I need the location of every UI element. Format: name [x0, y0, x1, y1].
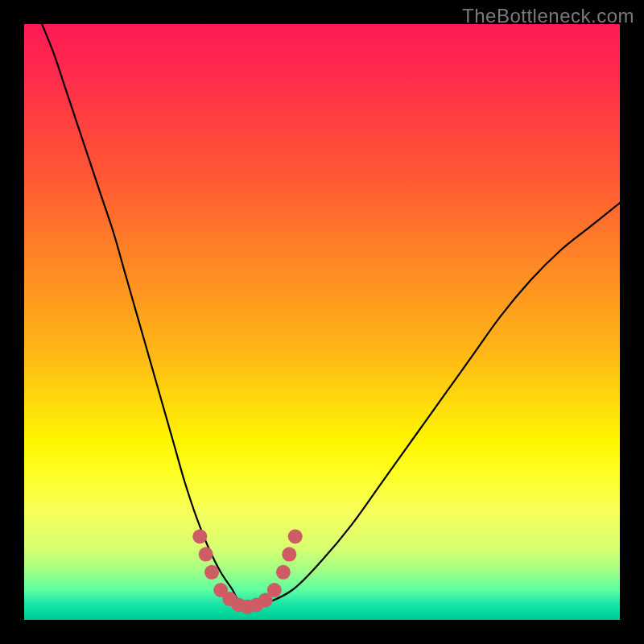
watermark-text: TheBottleneck.com — [462, 5, 634, 27]
curve-marker — [282, 547, 296, 562]
chart-frame: TheBottleneck.com — [0, 0, 644, 644]
curve-marker — [192, 529, 207, 543]
curve-marker — [199, 547, 213, 562]
curve-markers — [192, 529, 302, 613]
plot-svg — [24, 24, 620, 620]
curve-marker — [276, 565, 291, 580]
curve-marker — [204, 565, 219, 580]
curve-marker — [267, 583, 282, 597]
bottleneck-curve — [42, 24, 620, 611]
plot-area — [24, 24, 620, 620]
curve-marker — [288, 529, 303, 543]
